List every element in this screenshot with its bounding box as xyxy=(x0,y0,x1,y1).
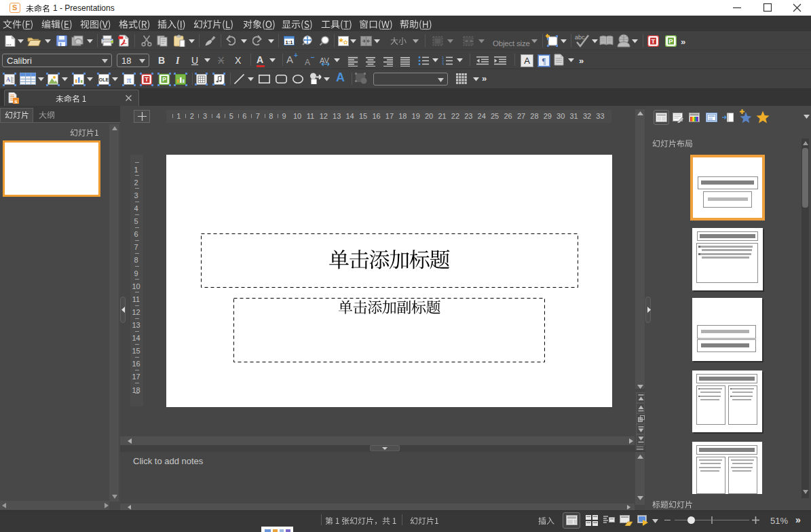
svg-text:π: π xyxy=(127,75,132,85)
svg-text:s: s xyxy=(14,98,18,104)
svg-text:T: T xyxy=(145,76,149,83)
svg-text:OLE: OLE xyxy=(99,77,109,82)
svg-text:A: A xyxy=(524,56,530,66)
svg-text:P: P xyxy=(668,37,673,45)
svg-text:3: 3 xyxy=(442,62,444,65)
svg-text:T: T xyxy=(652,37,656,45)
svg-text:abc: abc xyxy=(575,34,585,41)
svg-text:A: A xyxy=(6,76,11,83)
svg-text:P: P xyxy=(162,76,166,83)
svg-text:¶: ¶ xyxy=(542,56,546,66)
svg-text:1:1: 1:1 xyxy=(286,39,293,45)
